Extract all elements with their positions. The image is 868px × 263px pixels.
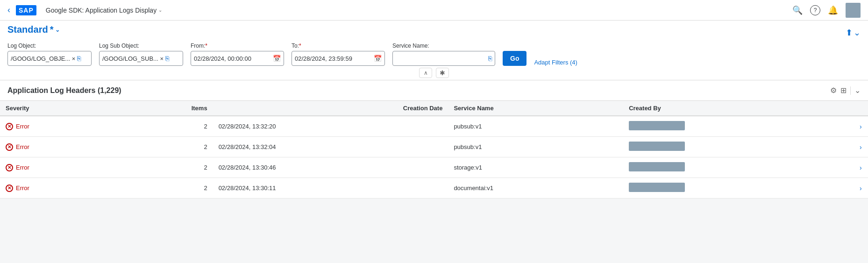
log-object-tag: /GOOG/LOG_OBJE... × (11, 55, 75, 62)
top-nav: ‹ SAP Google SDK: Application Logs Displ… (0, 0, 868, 21)
go-button[interactable]: Go (503, 51, 526, 66)
error-icon: ✕ (6, 123, 13, 130)
table-toolbar-right: ⚙ ⊞ ⌄ (830, 86, 861, 95)
filter-area: Log Object: /GOOG/LOG_OBJE... × ⎘ Log Su… (7, 41, 861, 80)
cell-nav-arrow[interactable]: › (854, 116, 868, 137)
table-row[interactable]: ✕Error202/28/2024, 13:32:20pubsub:v1› (0, 116, 868, 137)
filter-row: Log Object: /GOOG/LOG_OBJE... × ⎘ Log Su… (7, 43, 861, 66)
cell-items: 2 (120, 116, 213, 137)
app-title: Google SDK: Application Logs Display ⌄ (46, 7, 162, 14)
log-object-copy-icon[interactable]: ⎘ (77, 55, 81, 62)
error-badge: ✕Error (6, 185, 114, 192)
cell-nav-arrow[interactable]: › (854, 157, 868, 178)
row-nav-icon[interactable]: › (860, 164, 862, 171)
variant-asterisk: * (50, 24, 54, 35)
service-name-text-input[interactable] (396, 55, 486, 62)
col-items: Items (120, 101, 213, 116)
cell-nav-arrow[interactable]: › (854, 178, 868, 199)
to-input[interactable]: 02/28/2024, 23:59:59 📅 (292, 51, 385, 66)
cell-nav-arrow[interactable]: › (854, 137, 868, 157)
error-badge: ✕Error (6, 164, 114, 171)
columns-icon[interactable]: ⊞ (840, 86, 847, 95)
service-name-copy-icon[interactable]: ⎘ (488, 55, 492, 62)
top-nav-right: 🔍 ? 🔔 (792, 3, 861, 18)
search-icon[interactable]: 🔍 (792, 5, 803, 15)
help-icon[interactable]: ? (810, 5, 820, 15)
severity-text: Error (16, 123, 29, 130)
sap-logo: SAP (16, 5, 36, 15)
export-chevron: ⌄ (854, 28, 861, 38)
variant-chevron[interactable]: ⌄ (55, 27, 60, 33)
cell-severity: ✕Error (0, 178, 120, 199)
from-input[interactable]: 02/28/2024, 00:00:00 📅 (191, 51, 284, 66)
col-service-name: Service Name (448, 101, 623, 116)
error-icon: ✕ (6, 143, 13, 151)
from-filter: From:* 02/28/2024, 00:00:00 📅 (191, 43, 284, 66)
cell-created-by (623, 157, 854, 178)
table-row[interactable]: ✕Error202/28/2024, 13:32:04pubsub:v1› (0, 137, 868, 157)
cell-creation-date: 02/28/2024, 13:30:11 (213, 178, 448, 199)
variant-title: Standard* ⌄ (7, 24, 60, 35)
service-name-label: Service Name: (392, 43, 495, 49)
table-title: Application Log Headers (1,229) (7, 86, 121, 95)
collapse-up-button[interactable]: ∧ (419, 68, 432, 78)
variant-label: Standard (7, 24, 48, 35)
cell-items: 2 (120, 157, 213, 178)
app-title-chevron[interactable]: ⌄ (158, 7, 162, 13)
row-nav-icon[interactable]: › (860, 123, 862, 130)
severity-text: Error (16, 164, 29, 171)
log-object-label: Log Object: (7, 43, 92, 49)
sap-logo-box: SAP (16, 5, 36, 15)
export-button[interactable]: ⬆ ⌄ (846, 28, 861, 38)
cell-service-name: pubsub:v1 (448, 137, 623, 157)
error-badge: ✕Error (6, 123, 114, 130)
expand-icon[interactable]: ⌄ (854, 86, 861, 95)
collapse-row: ∧ ✱ (7, 66, 861, 80)
cell-creation-date: 02/28/2024, 13:32:04 (213, 137, 448, 157)
cell-service-name: pubsub:v1 (448, 116, 623, 137)
cell-severity: ✕Error (0, 116, 120, 137)
app-log-table: Severity Items Creation Date Service Nam… (0, 101, 868, 199)
log-object-filter: Log Object: /GOOG/LOG_OBJE... × ⎘ (7, 43, 92, 66)
main-content: Application Log Headers (1,229) ⚙ ⊞ ⌄ Se… (0, 80, 868, 199)
log-object-input[interactable]: /GOOG/LOG_OBJE... × ⎘ (7, 51, 92, 66)
app-title-text: Google SDK: Application Logs Display (46, 7, 157, 14)
bell-icon[interactable]: 🔔 (828, 5, 838, 15)
from-required: * (205, 43, 207, 49)
cell-severity: ✕Error (0, 157, 120, 178)
log-sub-object-copy-icon[interactable]: ⎘ (165, 55, 169, 62)
row-nav-icon[interactable]: › (860, 185, 862, 192)
table-head: Severity Items Creation Date Service Nam… (0, 101, 868, 116)
log-sub-object-tag: /GOOG/LOG_SUB... × (102, 55, 164, 62)
table-row[interactable]: ✕Error202/28/2024, 13:30:11documentai:v1… (0, 178, 868, 199)
col-nav (854, 101, 868, 116)
from-label: From:* (191, 43, 284, 49)
settings-icon[interactable]: ⚙ (830, 86, 837, 95)
created-by-blurred (629, 121, 685, 130)
created-by-blurred (629, 162, 685, 171)
log-sub-object-input[interactable]: /GOOG/LOG_SUB... × ⎘ (99, 51, 183, 66)
error-icon: ✕ (6, 164, 13, 171)
log-object-value: /GOOG/LOG_OBJE... × (11, 55, 75, 62)
avatar[interactable] (846, 3, 861, 18)
service-name-filter: Service Name: ⎘ (392, 43, 495, 66)
table-row[interactable]: ✕Error202/28/2024, 13:30:46storage:v1› (0, 157, 868, 178)
back-button[interactable]: ‹ (7, 5, 10, 15)
error-badge: ✕Error (6, 143, 114, 151)
adapt-filters-link[interactable]: Adapt Filters (4) (534, 59, 577, 66)
table-body: ✕Error202/28/2024, 13:32:20pubsub:v1›✕Er… (0, 116, 868, 199)
row-nav-icon[interactable]: › (860, 143, 862, 151)
col-created-by: Created By (623, 101, 854, 116)
col-severity: Severity (0, 101, 120, 116)
from-calendar-icon[interactable]: 📅 (273, 55, 281, 62)
collapse-pin-button[interactable]: ✱ (436, 68, 449, 78)
sub-header: Standard* ⌄ ⬆ ⌄ Log Object: /GOOG/LOG_OB… (0, 21, 868, 80)
to-calendar-icon[interactable]: 📅 (374, 55, 382, 62)
service-name-input[interactable]: ⎘ (392, 51, 495, 66)
cell-service-name: documentai:v1 (448, 178, 623, 199)
log-sub-object-filter: Log Sub Object: /GOOG/LOG_SUB... × ⎘ (99, 43, 183, 66)
sub-header-top: Standard* ⌄ ⬆ ⌄ (7, 24, 861, 41)
cell-service-name: storage:v1 (448, 157, 623, 178)
cell-items: 2 (120, 137, 213, 157)
table-header-bar: Application Log Headers (1,229) ⚙ ⊞ ⌄ (0, 80, 868, 101)
